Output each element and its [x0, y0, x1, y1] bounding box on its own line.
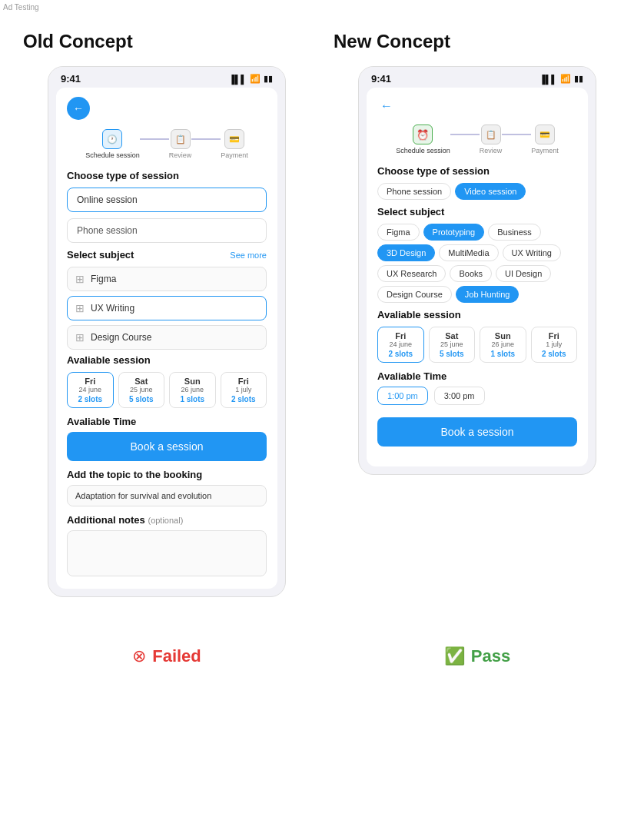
old-date-sat25-date: 25 june: [122, 386, 161, 393]
old-status-bar: 9:41 ▐▌▌ 📶 ▮▮: [48, 67, 285, 88]
old-subject-uxwriting[interactable]: ⊞ UX Writing: [67, 296, 267, 320]
new-status-time: 9:41: [371, 73, 391, 85]
new-book-session-button[interactable]: Book a session: [377, 417, 577, 447]
new-avail-time-title: Avaliable Time: [377, 370, 577, 382]
new-status-icons: ▐▌▌ 📶 ▮▮: [539, 74, 583, 84]
new-date-fri24-day: Fri: [381, 331, 420, 340]
old-subject-figma[interactable]: ⊞ Figma: [67, 267, 267, 291]
old-date-sat25-slots: 5 slots: [122, 395, 161, 403]
old-add-topic-title: Add the topic to the booking: [67, 469, 267, 480]
new-date-sat25-slots: 5 slots: [433, 350, 472, 358]
new-date-fri1-date: 1 july: [535, 340, 574, 348]
old-date-fri24-slots: 2 slots: [71, 395, 110, 403]
new-tag-uxwriting[interactable]: UX Writing: [503, 244, 561, 261]
old-topic-input[interactable]: Adaptation for survival and evolution: [67, 485, 267, 506]
new-connector-2: [502, 134, 531, 135]
old-phone-content: ← 🕐 Schedule session 📋 Review 💳: [56, 88, 277, 589]
new-date-fri24[interactable]: Fri 24 june 2 slots: [377, 327, 424, 363]
old-step-review-icon: 📋: [171, 129, 191, 149]
old-step-payment-label: Payment: [221, 151, 248, 159]
old-date-sun26-date: 26 june: [173, 386, 212, 393]
ad-tag: Ad Testing: [3, 3, 39, 12]
new-date-sat25-day: Sat: [433, 331, 472, 340]
new-date-sat25-date: 25 june: [433, 340, 472, 348]
old-book-session-button[interactable]: Book a session: [67, 432, 267, 461]
new-date-slots: Fri 24 june 2 slots Sat 25 june 5 slots …: [377, 327, 577, 363]
old-subject-header: Select subject See more: [67, 249, 267, 261]
old-date-sun26[interactable]: Sun 26 june 1 slots: [169, 372, 216, 408]
old-concept-col: Old Concept 9:41 ▐▌▌ 📶 ▮▮ ← 🕐: [23, 31, 310, 597]
new-phone-session-tag[interactable]: Phone session: [377, 183, 451, 200]
old-date-fri24-date: 24 june: [71, 386, 110, 393]
new-tag-books[interactable]: Books: [450, 265, 492, 282]
new-date-sun26[interactable]: Sun 26 june 1 slots: [480, 327, 526, 363]
new-date-sun26-slots: 1 slots: [483, 350, 523, 358]
new-date-fri1-day: Fri: [535, 331, 574, 340]
old-step-schedule-icon: 🕐: [102, 129, 122, 149]
old-step-payment: 💳 Payment: [221, 129, 248, 159]
old-see-more[interactable]: See more: [230, 251, 267, 260]
new-status-bar: 9:41 ▐▌▌ 📶 ▮▮: [359, 67, 596, 88]
new-concept-col: New Concept 9:41 ▐▌▌ 📶 ▮▮ ← ⏰: [334, 31, 621, 597]
old-select-subject-title: Select subject: [67, 249, 134, 261]
new-avail-session-title: Avaliable session: [377, 309, 577, 320]
new-step-review-icon: 📋: [481, 124, 501, 144]
new-date-sun26-date: 26 june: [483, 340, 523, 348]
failed-label: Failed: [152, 646, 201, 666]
old-step-schedule: 🕐 Schedule session: [85, 129, 140, 159]
result-pass-col: ✅ Pass: [334, 646, 621, 666]
old-session-online[interactable]: Online session: [67, 188, 267, 212]
new-date-fri24-date: 24 june: [381, 340, 420, 348]
new-signal-icon: ▐▌▌: [539, 75, 557, 84]
new-tag-designcourse[interactable]: Design Course: [377, 286, 452, 303]
pass-label: Pass: [471, 646, 510, 666]
new-tag-uxresearch[interactable]: UX Research: [377, 265, 446, 282]
old-uxwriting-icon: ⊞: [75, 302, 85, 314]
new-back-button[interactable]: ←: [377, 97, 396, 115]
new-date-sat25[interactable]: Sat 25 june 5 slots: [429, 327, 476, 363]
old-date-sat25[interactable]: Sat 25 june 5 slots: [118, 372, 165, 408]
new-step-review-label: Review: [480, 147, 503, 154]
old-notes-area[interactable]: [67, 530, 267, 576]
new-step-schedule: ⏰ Schedule session: [396, 124, 450, 154]
old-subject-designcourse[interactable]: ⊞ Design Course: [67, 325, 267, 350]
old-connector-1: [140, 138, 169, 140]
new-tag-uidesign[interactable]: UI Design: [496, 265, 551, 282]
failed-icon: ⊗: [132, 646, 146, 666]
old-concept-title: Old Concept: [23, 31, 133, 52]
new-concept-title: New Concept: [334, 31, 450, 52]
new-tag-3ddesign[interactable]: 3D Design: [377, 244, 435, 261]
old-figma-label: Figma: [91, 274, 116, 284]
new-tag-multimedia[interactable]: MultiMedia: [439, 244, 498, 261]
new-tag-figma[interactable]: Figma: [377, 224, 420, 241]
new-subject-tags: Figma Prototyping Business 3D Design Mul…: [377, 224, 577, 303]
old-back-button[interactable]: ←: [67, 97, 90, 120]
old-progress-steps: 🕐 Schedule session 📋 Review 💳 Payment: [67, 129, 267, 159]
new-date-fri24-slots: 2 slots: [381, 350, 420, 358]
new-date-fri1[interactable]: Fri 1 july 2 slots: [531, 327, 578, 363]
old-uxwriting-label: UX Writing: [91, 303, 134, 314]
new-date-sun26-day: Sun: [483, 331, 523, 340]
new-phone-content: ← ⏰ Schedule session 📋 Review 💳: [367, 88, 588, 466]
old-date-fri1[interactable]: Fri 1 july 2 slots: [221, 372, 267, 408]
new-step-schedule-icon: ⏰: [413, 124, 433, 144]
new-tag-prototyping[interactable]: Prototyping: [423, 224, 485, 241]
new-wifi-icon: 📶: [560, 74, 571, 84]
new-time-3pm[interactable]: 3:00 pm: [434, 387, 485, 405]
new-progress-steps: ⏰ Schedule session 📋 Review 💳 Payment: [377, 124, 577, 154]
wifi-icon: 📶: [250, 74, 261, 84]
new-tag-business[interactable]: Business: [488, 224, 541, 241]
battery-icon: ▮▮: [264, 74, 273, 84]
old-session-phone[interactable]: Phone session: [67, 218, 267, 243]
pass-icon: ✅: [444, 646, 465, 666]
new-time-1pm[interactable]: 1:00 pm: [377, 387, 428, 405]
new-time-slots-row: 1:00 pm 3:00 pm: [377, 387, 577, 405]
new-video-session-tag[interactable]: Video session: [455, 183, 526, 200]
old-choose-type-title: Choose type of session: [67, 170, 267, 181]
new-tag-jobhunting[interactable]: Job Hunting: [456, 286, 520, 303]
old-figma-icon: ⊞: [75, 273, 85, 285]
result-failed-col: ⊗ Failed: [23, 646, 310, 666]
old-step-review-label: Review: [169, 151, 192, 159]
old-date-slots: Fri 24 june 2 slots Sat 25 june 5 slots …: [67, 372, 267, 408]
old-date-fri24[interactable]: Fri 24 june 2 slots: [67, 372, 114, 408]
